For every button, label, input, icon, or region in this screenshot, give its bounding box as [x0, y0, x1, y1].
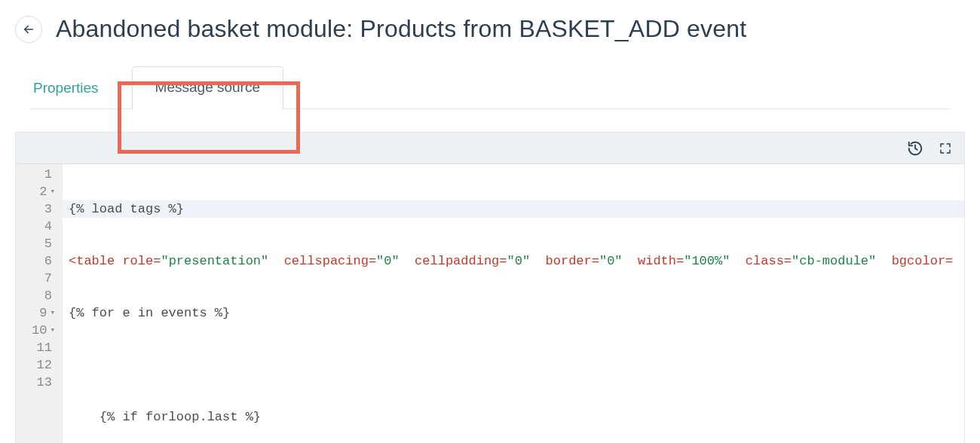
gutter-line: 5: [28, 235, 55, 252]
gutter-line: 11: [28, 339, 55, 356]
gutter-line: 4: [28, 218, 55, 235]
code-editor-panel: 12▾3456789▾10▾111213 {% load tags %} <ta…: [15, 132, 965, 443]
tab-properties[interactable]: Properties: [30, 69, 102, 108]
code-editor[interactable]: 12▾3456789▾10▾111213 {% load tags %} <ta…: [16, 164, 964, 443]
gutter-line: 7: [28, 270, 55, 287]
history-icon[interactable]: [907, 140, 923, 157]
gutter-line: 10▾: [28, 322, 55, 339]
code-line: {% load tags %}: [63, 200, 964, 218]
gutter-line: 3: [28, 200, 55, 218]
code-line: {% if forloop.last %}: [63, 408, 964, 426]
line-gutter: 12▾3456789▾10▾111213: [16, 164, 63, 443]
gutter-line: 9▾: [28, 304, 55, 322]
gutter-line: 12: [28, 356, 55, 374]
code-line: <table role="presentation" cellspacing="…: [63, 252, 964, 270]
gutter-line: 13: [28, 374, 55, 391]
tab-bar: Properties Message source: [30, 66, 950, 109]
arrow-left-icon: [22, 23, 35, 36]
gutter-line: 2▾: [28, 183, 55, 200]
code-line: [63, 356, 964, 374]
tab-message-source[interactable]: Message source: [132, 66, 283, 109]
fullscreen-icon[interactable]: [937, 140, 954, 157]
gutter-line: 8: [28, 287, 55, 304]
code-content[interactable]: {% load tags %} <table role="presentatio…: [63, 164, 964, 443]
back-button[interactable]: [15, 16, 42, 43]
page-title: Abandoned basket module: Products from B…: [56, 15, 746, 43]
editor-toolbar: [16, 133, 964, 164]
gutter-line: 6: [28, 252, 55, 270]
code-line: {% for e in events %}: [63, 304, 964, 322]
gutter-line: 1: [28, 166, 55, 183]
